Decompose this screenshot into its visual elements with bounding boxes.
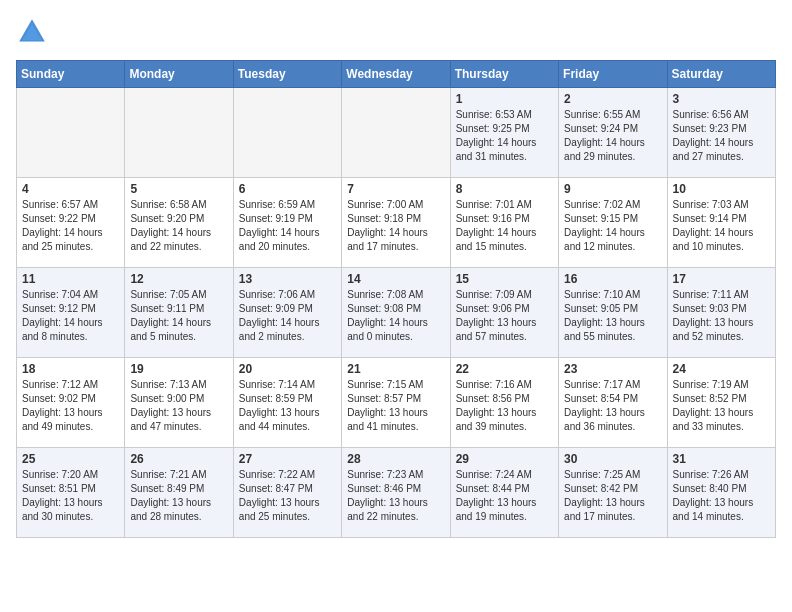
day-number: 22 [456,362,553,376]
day-number: 17 [673,272,770,286]
day-number: 24 [673,362,770,376]
calendar-cell [233,88,341,178]
day-number: 16 [564,272,661,286]
day-number: 6 [239,182,336,196]
day-number: 19 [130,362,227,376]
day-number: 5 [130,182,227,196]
day-number: 15 [456,272,553,286]
weekday-header-thursday: Thursday [450,61,558,88]
calendar-week-row: 1Sunrise: 6:53 AM Sunset: 9:25 PM Daylig… [17,88,776,178]
day-info: Sunrise: 7:24 AM Sunset: 8:44 PM Dayligh… [456,468,553,524]
day-number: 27 [239,452,336,466]
day-info: Sunrise: 7:23 AM Sunset: 8:46 PM Dayligh… [347,468,444,524]
calendar-cell: 12Sunrise: 7:05 AM Sunset: 9:11 PM Dayli… [125,268,233,358]
day-number: 26 [130,452,227,466]
calendar-cell: 29Sunrise: 7:24 AM Sunset: 8:44 PM Dayli… [450,448,558,538]
calendar-cell [125,88,233,178]
day-number: 9 [564,182,661,196]
calendar-cell: 4Sunrise: 6:57 AM Sunset: 9:22 PM Daylig… [17,178,125,268]
day-number: 14 [347,272,444,286]
calendar-cell: 5Sunrise: 6:58 AM Sunset: 9:20 PM Daylig… [125,178,233,268]
day-info: Sunrise: 6:58 AM Sunset: 9:20 PM Dayligh… [130,198,227,254]
day-number: 11 [22,272,119,286]
calendar-cell: 3Sunrise: 6:56 AM Sunset: 9:23 PM Daylig… [667,88,775,178]
calendar-cell: 20Sunrise: 7:14 AM Sunset: 8:59 PM Dayli… [233,358,341,448]
day-number: 20 [239,362,336,376]
calendar-cell: 8Sunrise: 7:01 AM Sunset: 9:16 PM Daylig… [450,178,558,268]
calendar-cell: 26Sunrise: 7:21 AM Sunset: 8:49 PM Dayli… [125,448,233,538]
calendar-cell [342,88,450,178]
day-info: Sunrise: 6:53 AM Sunset: 9:25 PM Dayligh… [456,108,553,164]
day-number: 3 [673,92,770,106]
calendar-cell: 31Sunrise: 7:26 AM Sunset: 8:40 PM Dayli… [667,448,775,538]
day-number: 23 [564,362,661,376]
calendar-cell: 25Sunrise: 7:20 AM Sunset: 8:51 PM Dayli… [17,448,125,538]
day-info: Sunrise: 7:13 AM Sunset: 9:00 PM Dayligh… [130,378,227,434]
day-info: Sunrise: 7:06 AM Sunset: 9:09 PM Dayligh… [239,288,336,344]
calendar-cell: 13Sunrise: 7:06 AM Sunset: 9:09 PM Dayli… [233,268,341,358]
day-number: 12 [130,272,227,286]
day-number: 2 [564,92,661,106]
day-info: Sunrise: 6:57 AM Sunset: 9:22 PM Dayligh… [22,198,119,254]
day-number: 7 [347,182,444,196]
calendar-week-row: 25Sunrise: 7:20 AM Sunset: 8:51 PM Dayli… [17,448,776,538]
day-info: Sunrise: 7:08 AM Sunset: 9:08 PM Dayligh… [347,288,444,344]
calendar-cell: 10Sunrise: 7:03 AM Sunset: 9:14 PM Dayli… [667,178,775,268]
day-number: 30 [564,452,661,466]
calendar-cell: 24Sunrise: 7:19 AM Sunset: 8:52 PM Dayli… [667,358,775,448]
day-number: 13 [239,272,336,286]
day-info: Sunrise: 7:05 AM Sunset: 9:11 PM Dayligh… [130,288,227,344]
day-info: Sunrise: 7:03 AM Sunset: 9:14 PM Dayligh… [673,198,770,254]
calendar-cell: 9Sunrise: 7:02 AM Sunset: 9:15 PM Daylig… [559,178,667,268]
calendar-cell: 18Sunrise: 7:12 AM Sunset: 9:02 PM Dayli… [17,358,125,448]
calendar-cell: 11Sunrise: 7:04 AM Sunset: 9:12 PM Dayli… [17,268,125,358]
day-info: Sunrise: 6:59 AM Sunset: 9:19 PM Dayligh… [239,198,336,254]
weekday-header-row: SundayMondayTuesdayWednesdayThursdayFrid… [17,61,776,88]
calendar-cell: 19Sunrise: 7:13 AM Sunset: 9:00 PM Dayli… [125,358,233,448]
day-info: Sunrise: 7:25 AM Sunset: 8:42 PM Dayligh… [564,468,661,524]
calendar-cell: 17Sunrise: 7:11 AM Sunset: 9:03 PM Dayli… [667,268,775,358]
day-info: Sunrise: 7:21 AM Sunset: 8:49 PM Dayligh… [130,468,227,524]
weekday-header-sunday: Sunday [17,61,125,88]
calendar-cell: 21Sunrise: 7:15 AM Sunset: 8:57 PM Dayli… [342,358,450,448]
day-info: Sunrise: 7:19 AM Sunset: 8:52 PM Dayligh… [673,378,770,434]
day-info: Sunrise: 6:55 AM Sunset: 9:24 PM Dayligh… [564,108,661,164]
day-info: Sunrise: 7:00 AM Sunset: 9:18 PM Dayligh… [347,198,444,254]
calendar-cell: 14Sunrise: 7:08 AM Sunset: 9:08 PM Dayli… [342,268,450,358]
day-number: 25 [22,452,119,466]
day-info: Sunrise: 7:10 AM Sunset: 9:05 PM Dayligh… [564,288,661,344]
day-info: Sunrise: 7:14 AM Sunset: 8:59 PM Dayligh… [239,378,336,434]
day-info: Sunrise: 7:15 AM Sunset: 8:57 PM Dayligh… [347,378,444,434]
logo [16,16,52,48]
calendar-cell: 16Sunrise: 7:10 AM Sunset: 9:05 PM Dayli… [559,268,667,358]
page-header [16,16,776,48]
calendar-cell: 7Sunrise: 7:00 AM Sunset: 9:18 PM Daylig… [342,178,450,268]
calendar-cell: 1Sunrise: 6:53 AM Sunset: 9:25 PM Daylig… [450,88,558,178]
weekday-header-friday: Friday [559,61,667,88]
day-number: 1 [456,92,553,106]
day-info: Sunrise: 7:11 AM Sunset: 9:03 PM Dayligh… [673,288,770,344]
day-number: 4 [22,182,119,196]
day-info: Sunrise: 6:56 AM Sunset: 9:23 PM Dayligh… [673,108,770,164]
calendar-cell: 27Sunrise: 7:22 AM Sunset: 8:47 PM Dayli… [233,448,341,538]
calendar-cell: 22Sunrise: 7:16 AM Sunset: 8:56 PM Dayli… [450,358,558,448]
calendar-cell: 2Sunrise: 6:55 AM Sunset: 9:24 PM Daylig… [559,88,667,178]
calendar-cell [17,88,125,178]
calendar-table: SundayMondayTuesdayWednesdayThursdayFrid… [16,60,776,538]
day-info: Sunrise: 7:12 AM Sunset: 9:02 PM Dayligh… [22,378,119,434]
day-info: Sunrise: 7:09 AM Sunset: 9:06 PM Dayligh… [456,288,553,344]
day-number: 8 [456,182,553,196]
day-info: Sunrise: 7:04 AM Sunset: 9:12 PM Dayligh… [22,288,119,344]
day-info: Sunrise: 7:16 AM Sunset: 8:56 PM Dayligh… [456,378,553,434]
calendar-cell: 28Sunrise: 7:23 AM Sunset: 8:46 PM Dayli… [342,448,450,538]
calendar-cell: 23Sunrise: 7:17 AM Sunset: 8:54 PM Dayli… [559,358,667,448]
weekday-header-wednesday: Wednesday [342,61,450,88]
day-number: 21 [347,362,444,376]
day-number: 10 [673,182,770,196]
calendar-cell: 15Sunrise: 7:09 AM Sunset: 9:06 PM Dayli… [450,268,558,358]
day-number: 29 [456,452,553,466]
weekday-header-tuesday: Tuesday [233,61,341,88]
day-info: Sunrise: 7:01 AM Sunset: 9:16 PM Dayligh… [456,198,553,254]
day-info: Sunrise: 7:17 AM Sunset: 8:54 PM Dayligh… [564,378,661,434]
calendar-cell: 30Sunrise: 7:25 AM Sunset: 8:42 PM Dayli… [559,448,667,538]
